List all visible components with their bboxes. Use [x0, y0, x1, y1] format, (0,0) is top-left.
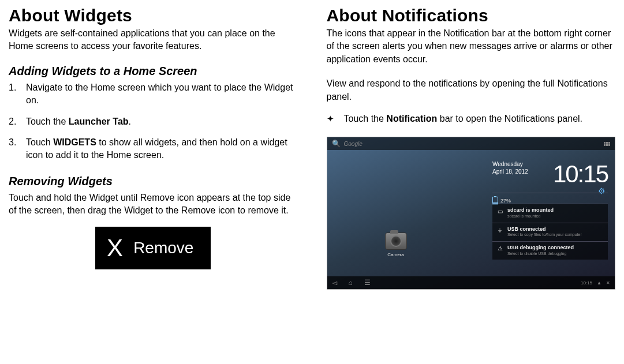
wifi-icon: ▲ [597, 280, 601, 286]
notif-sdcard: ▭ sdcard is mounted sdcard is mounted [492, 204, 608, 222]
notif-title: USB connected [507, 226, 582, 232]
remove-button-image: X Remove [9, 227, 298, 269]
adding-widgets-heading: Adding Widgets to a Home Screen [9, 65, 298, 78]
notif-title: sdcard is mounted [507, 207, 554, 213]
notif-usb: ⏚ USB connected Select to copy files to/… [492, 223, 608, 241]
search-label: Google [344, 141, 363, 147]
step-3-pre: Touch [26, 137, 53, 147]
step-2-bold: Launcher Tab [69, 117, 129, 126]
step-1: Navigate to the Home screen which you wa… [9, 81, 298, 107]
bullet-post: bar to open the Notifications panel. [437, 114, 582, 123]
tablet-navbar: ◅ ⌂ ☰ 10:15 ▲ ✕ [327, 276, 615, 289]
notifications-heading: About Notifications [327, 6, 616, 25]
search-icon: 🔍 [332, 140, 341, 148]
step-2: Touch the Launcher Tab. [9, 115, 298, 128]
removing-widgets-para: Touch and hold the Widget until Remove i… [9, 192, 298, 217]
tablet-statusbar-top: 🔍 Google [327, 137, 615, 150]
notification-panel: ▭ sdcard is mounted sdcard is mounted ⏚ … [492, 204, 608, 260]
apps-grid-icon [604, 142, 610, 146]
battery-row: 27% [492, 193, 608, 205]
close-icon: ✕ [606, 280, 610, 286]
notifications-para2: View and respond to the notifications by… [327, 77, 616, 103]
removing-widgets-heading: Removing Widgets [9, 175, 298, 188]
back-icon: ◅ [332, 279, 337, 287]
step-3-bold: WIDGETS [53, 137, 96, 147]
step-2-pre: Touch the [26, 117, 69, 126]
notif-usb-debug: ⚠ USB debugging connected Select to disa… [492, 241, 608, 260]
status-time: 10:15 [581, 280, 592, 286]
notif-sub: Select to copy files to/from your comput… [507, 232, 582, 237]
notifications-intro: The icons that appear in the Notificatio… [327, 27, 616, 66]
right-column: About Notifications The icons that appea… [327, 6, 616, 290]
widgets-heading: About Widgets [9, 6, 298, 25]
step-2-post: . [129, 117, 131, 126]
notification-bullet: Touch the Notification bar to open the N… [327, 112, 616, 125]
camera-app: Camera [385, 232, 407, 257]
notif-sub: sdcard is mounted [507, 214, 554, 219]
tablet-screenshot: 🔍 Google Camera Wednesday April 18, 2012… [327, 137, 616, 290]
settings-icon: ⚙ [598, 186, 606, 196]
date-display: Wednesday April 18, 2012 [492, 160, 528, 175]
time-display: 10:15 [553, 160, 608, 188]
camera-icon [385, 232, 407, 250]
date-label: April 18, 2012 [492, 168, 528, 175]
remove-button: X Remove [95, 227, 211, 269]
recent-icon: ☰ [364, 279, 371, 287]
bullet-pre: Touch the [344, 114, 387, 123]
remove-x-icon: X [107, 236, 123, 260]
left-column: About Widgets Widgets are self-contained… [9, 6, 298, 290]
battery-level: 27% [500, 198, 511, 204]
bullet-bold: Notification [386, 114, 437, 123]
usb-icon: ⏚ [496, 226, 504, 234]
widgets-intro: Widgets are self-contained applications … [9, 27, 298, 53]
remove-label: Remove [133, 239, 193, 257]
notifications-bullets: Touch the Notification bar to open the N… [327, 112, 616, 125]
step-3: Touch WIDGETS to show all widgets, and t… [9, 136, 298, 162]
clock-panel: Wednesday April 18, 2012 10:15 27% [492, 160, 608, 205]
home-icon: ⌂ [349, 279, 353, 287]
sdcard-icon: ▭ [496, 207, 504, 215]
adding-widgets-steps: Navigate to the Home screen which you wa… [9, 81, 298, 162]
notif-sub: Select to disable USB debugging [507, 252, 574, 256]
notif-title: USB debugging connected [507, 245, 574, 251]
camera-label: Camera [385, 252, 407, 257]
debug-icon: ⚠ [496, 245, 504, 253]
day-label: Wednesday [492, 160, 528, 168]
